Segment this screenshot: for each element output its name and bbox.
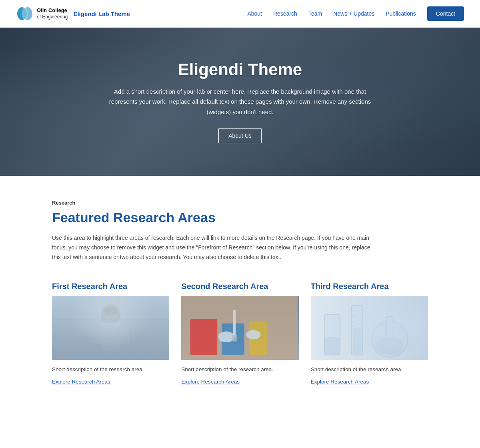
site-title[interactable]: Eligendi Lab Theme xyxy=(73,10,130,17)
svg-point-2 xyxy=(22,7,28,20)
hero-description: Add a short description of your lab or c… xyxy=(108,86,372,117)
main-nav: About Research Team News + Updates Publi… xyxy=(247,6,464,21)
svg-point-29 xyxy=(376,337,403,355)
research-grid: First Research Area xyxy=(52,282,428,385)
research-card-1-image xyxy=(52,296,169,360)
hero-section: Eligendi Theme Add a short description o… xyxy=(0,28,480,176)
svg-rect-23 xyxy=(353,328,361,355)
research-card-3-title: Third Research Area xyxy=(311,282,428,291)
research-image-3-svg xyxy=(311,296,428,360)
svg-rect-14 xyxy=(249,321,267,355)
research-card-1-desc: Short description of the research area. xyxy=(52,366,169,374)
svg-point-6 xyxy=(101,305,121,325)
research-card-2-title: Second Research Area xyxy=(181,282,298,291)
section-label: Research xyxy=(52,200,428,206)
svg-rect-10 xyxy=(120,328,128,344)
main-content: Research Featured Research Areas Use thi… xyxy=(44,176,436,417)
svg-rect-12 xyxy=(190,319,218,355)
svg-rect-21 xyxy=(324,337,340,355)
svg-rect-3 xyxy=(52,296,169,360)
section-description: Use this area to highlight three areas o… xyxy=(52,233,372,262)
svg-rect-18 xyxy=(232,335,237,342)
svg-rect-5 xyxy=(52,337,169,338)
svg-rect-28 xyxy=(386,317,393,339)
nav-item-team[interactable]: Team xyxy=(308,10,322,17)
contact-button[interactable]: Contact xyxy=(427,6,464,21)
nav-item-news[interactable]: News + Updates xyxy=(333,10,374,17)
section-heading: Featured Research Areas xyxy=(52,210,428,225)
research-card-3-image xyxy=(311,296,428,360)
research-card-3: Third Research Area xyxy=(311,282,428,385)
logo-text: Olin College of Engineering xyxy=(37,7,68,20)
research-card-1-link[interactable]: Explore Research Areas xyxy=(52,379,110,385)
olin-logo-icon xyxy=(16,5,34,22)
svg-point-27 xyxy=(372,321,408,357)
svg-rect-20 xyxy=(324,315,340,356)
logo-container[interactable]: Olin College of Engineering xyxy=(16,5,68,22)
header-left: Olin College of Engineering Eligendi Lab… xyxy=(16,5,130,22)
svg-rect-17 xyxy=(233,310,236,337)
svg-rect-9 xyxy=(93,328,101,344)
svg-point-8 xyxy=(104,307,117,316)
research-card-2-image xyxy=(181,296,298,360)
svg-rect-13 xyxy=(222,323,244,355)
research-card-3-desc: Short description of the research area. xyxy=(311,366,428,374)
svg-rect-22 xyxy=(351,305,362,355)
research-card-1-title: First Research Area xyxy=(52,282,169,291)
svg-rect-4 xyxy=(52,319,169,320)
nav-item-about[interactable]: About xyxy=(247,10,262,17)
research-card-3-link[interactable]: Explore Research Areas xyxy=(311,379,369,385)
hero-content: Eligendi Theme Add a short description o… xyxy=(100,60,380,144)
svg-rect-11 xyxy=(181,296,298,360)
research-card-1: First Research Area xyxy=(52,282,169,385)
research-card-2-desc: Short description of the research area. xyxy=(181,366,298,374)
svg-rect-19 xyxy=(311,296,428,360)
research-image-2-svg xyxy=(181,296,298,360)
svg-point-16 xyxy=(246,330,261,340)
svg-point-15 xyxy=(218,331,235,342)
research-card-2-link[interactable]: Explore Research Areas xyxy=(181,379,240,385)
research-card-2: Second Research Area Short description o… xyxy=(181,282,298,385)
nav-item-publications[interactable]: Publications xyxy=(386,10,416,17)
site-header: Olin College of Engineering Eligendi Lab… xyxy=(0,0,480,28)
nav-item-research[interactable]: Research xyxy=(273,10,297,17)
research-image-1-svg xyxy=(52,296,169,360)
svg-rect-7 xyxy=(101,323,121,350)
about-us-button[interactable]: About Us xyxy=(218,128,262,143)
hero-title: Eligendi Theme xyxy=(108,60,372,79)
